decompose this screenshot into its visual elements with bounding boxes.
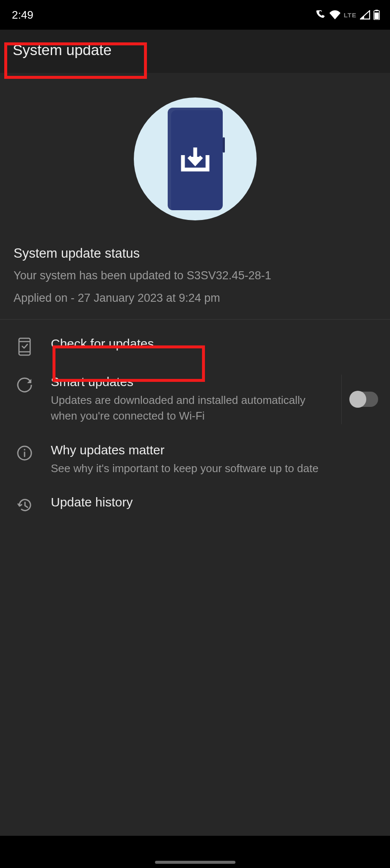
wifi-calling-icon xyxy=(315,10,326,19)
why-updates-label: Why updates matter xyxy=(51,443,378,457)
why-updates-row[interactable]: Why updates matter See why it's importan… xyxy=(0,434,390,486)
update-version-line: Your system has been updated to S3SV32.4… xyxy=(14,267,376,284)
why-updates-sub: See why it's important to keep your soft… xyxy=(51,461,378,476)
svg-rect-2 xyxy=(375,13,379,19)
phone-update-icon xyxy=(134,97,257,220)
update-status-block: System update status Your system has bee… xyxy=(0,246,390,319)
phone-check-icon xyxy=(15,337,34,356)
update-history-row[interactable]: Update history xyxy=(0,486,390,524)
history-icon xyxy=(15,496,34,515)
check-for-updates-row[interactable]: Check for updates xyxy=(0,327,390,365)
network-type-label: LTE xyxy=(344,11,357,19)
status-time: 2:49 xyxy=(12,8,33,22)
update-history-label: Update history xyxy=(51,495,378,509)
wifi-icon xyxy=(329,10,340,19)
smart-updates-label: Smart updates xyxy=(51,375,324,389)
refresh-icon xyxy=(15,376,34,394)
smart-updates-sub: Updates are downloaded and installed aut… xyxy=(51,392,324,424)
smart-updates-toggle[interactable] xyxy=(350,392,378,407)
smart-updates-row[interactable]: Smart updates Updates are downloaded and… xyxy=(0,365,390,434)
update-status-title: System update status xyxy=(14,246,376,261)
content-area: System update status Your system has bee… xyxy=(0,73,390,836)
info-icon xyxy=(15,444,34,462)
svg-point-8 xyxy=(24,449,25,451)
update-applied-line: Applied on - 27 January 2023 at 9:24 pm xyxy=(14,289,376,307)
hero-illustration xyxy=(0,73,390,246)
check-for-updates-label: Check for updates xyxy=(51,337,378,351)
battery-icon xyxy=(373,10,380,20)
page-title: System update xyxy=(13,42,377,58)
cell-signal-icon xyxy=(360,10,370,19)
app-bar: System update xyxy=(0,30,390,73)
status-icons: LTE xyxy=(315,10,380,20)
nav-pill[interactable] xyxy=(155,861,235,864)
status-bar: 2:49 LTE xyxy=(0,0,390,30)
options-list: Check for updates Smart updates Updates … xyxy=(0,320,390,524)
svg-rect-1 xyxy=(375,10,378,11)
